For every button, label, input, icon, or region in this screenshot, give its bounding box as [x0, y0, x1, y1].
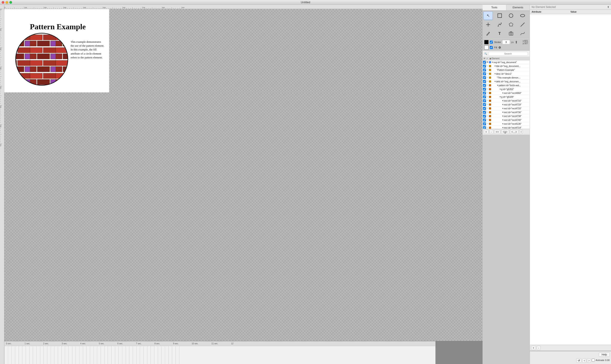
- list-item[interactable]: 👁 ▼ defs id="svg_documen...: [483, 79, 530, 83]
- list-item[interactable]: 👁 ▼ rect id="rect4716": [483, 99, 530, 103]
- next-button[interactable]: ›: [587, 358, 591, 363]
- element-checkbox[interactable]: [483, 84, 486, 87]
- maximize-button[interactable]: [9, 1, 12, 4]
- close-button[interactable]: [2, 1, 4, 4]
- element-dot: [489, 127, 491, 129]
- elements-action-button[interactable]: i: [519, 130, 523, 134]
- fill-checkbox[interactable]: [490, 46, 493, 49]
- list-item[interactable]: 👁 "Pattern Example": [483, 68, 530, 72]
- list-item[interactable]: 👁 ▼ rect id="rect4740": [483, 118, 530, 122]
- minimize-button[interactable]: [6, 1, 8, 4]
- list-item[interactable]: 👁 ▼ g id="g5329": [483, 95, 530, 99]
- tool-path[interactable]: [495, 20, 504, 29]
- list-item[interactable]: 👁 ▼ rect id="rect4738": [483, 114, 530, 118]
- element-label: desc id="desc1": [496, 73, 529, 75]
- tool-add[interactable]: [483, 20, 493, 29]
- timeline-vline: [168, 346, 169, 364]
- list-item[interactable]: 👁 "This example demon...: [483, 76, 530, 79]
- tool-line[interactable]: [518, 20, 527, 29]
- checker-right-top: [109, 9, 483, 92]
- element-checkbox[interactable]: [483, 88, 486, 91]
- svg-rect-20: [509, 32, 513, 35]
- element-arrow-icon: ▼: [502, 104, 504, 106]
- animate-checkbox[interactable]: [592, 359, 595, 362]
- list-item[interactable]: 👁 ▼ title id="svg_document...: [483, 64, 530, 68]
- list-item[interactable]: 👁 ▼ rect id="rect4718": [483, 103, 530, 106]
- list-item[interactable]: 👁 ▼ desc id="desc1": [483, 72, 530, 76]
- tab-tools[interactable]: Tools: [483, 5, 506, 10]
- attr-remove-button[interactable]: -: [537, 346, 541, 350]
- svg-marker-17: [509, 23, 513, 26]
- list-item[interactable]: 👁 ▼ pattern id="brick-wal...: [483, 83, 530, 87]
- element-checkbox[interactable]: [483, 61, 486, 64]
- list-item[interactable]: 👁 ▼ rect id="rect4736": [483, 110, 530, 114]
- timeline-vline: [47, 346, 47, 364]
- element-selector-row: ⬆: [530, 5, 611, 10]
- element-checkbox[interactable]: [483, 95, 486, 98]
- attr-header-attribute: Attribute: [531, 11, 570, 13]
- stroke-label: Stroke: [494, 41, 501, 43]
- tool-select[interactable]: ↖: [483, 11, 493, 20]
- element-arrow-icon: ▼: [502, 115, 504, 117]
- tool-circle[interactable]: [506, 11, 516, 20]
- element-checkbox[interactable]: [483, 76, 486, 79]
- element-checkbox[interactable]: [483, 80, 486, 83]
- element-checkbox[interactable]: [483, 126, 486, 129]
- element-checkbox[interactable]: [483, 72, 486, 75]
- element-eye-icon: 👁: [486, 103, 489, 106]
- element-checkbox[interactable]: [483, 115, 486, 118]
- element-checkbox[interactable]: [483, 111, 486, 114]
- tool-text[interactable]: T: [495, 29, 504, 38]
- tool-ellipse[interactable]: [518, 11, 527, 20]
- element-selector-arrow-icon[interactable]: ⬆: [607, 6, 609, 9]
- timeline-tick-label: 3 sec.: [62, 342, 68, 345]
- element-dot: [489, 104, 491, 106]
- fill-color-swatch[interactable]: [484, 45, 489, 50]
- stroke-unit-stepper[interactable]: ⬆: [515, 40, 518, 44]
- stroke-checkbox[interactable]: [490, 41, 493, 44]
- element-checkbox[interactable]: [483, 91, 486, 94]
- element-label: rect id="rect4136": [504, 123, 529, 125]
- element-checkbox[interactable]: [483, 65, 486, 68]
- element-checkbox[interactable]: [483, 122, 486, 125]
- svg-point-21: [510, 33, 512, 35]
- elements-action-button[interactable]: ++: [494, 130, 500, 134]
- elements-action-button[interactable]: -: [489, 130, 493, 134]
- refresh-button[interactable]: ↺: [576, 358, 582, 363]
- element-checkbox[interactable]: [483, 103, 486, 106]
- timeline-tick-label: 0 sec.: [6, 342, 12, 345]
- tool-polygon[interactable]: [506, 20, 516, 29]
- stroke-value-input[interactable]: [502, 40, 510, 44]
- elements-action-button[interactable]: <g>: [501, 130, 509, 134]
- element-checkbox[interactable]: [483, 99, 486, 102]
- timeline-vline: [58, 346, 58, 364]
- element-col-header: Element: [491, 57, 500, 60]
- stroke-color-swatch[interactable]: [484, 40, 489, 44]
- tool-camera[interactable]: [506, 29, 516, 38]
- list-item[interactable]: 👁 ▼ g id="g5352": [483, 87, 530, 91]
- search-input[interactable]: [488, 52, 528, 56]
- elements-action-button[interactable]: <...>: [510, 130, 518, 134]
- prev-button[interactable]: ‹: [582, 358, 586, 363]
- list-item[interactable]: 👁 ▼ rect id="rect4720": [483, 106, 530, 110]
- tool-rect[interactable]: [495, 11, 504, 20]
- animate-value: 0.00: [605, 359, 610, 362]
- list-item[interactable]: 👁 ▼ svg id="svg_document": [483, 60, 530, 64]
- svg-canvas[interactable]: Pattern Example This example demonstrate…: [4, 9, 483, 364]
- list-item[interactable]: 👁 ▼ rect id="rect4136": [483, 122, 530, 126]
- element-eye-icon: 👁: [486, 115, 489, 117]
- tool-pencil[interactable]: [483, 29, 493, 38]
- fill-gear-icon[interactable]: ⚙: [498, 46, 501, 49]
- tab-elements[interactable]: Elements: [506, 5, 530, 10]
- list-item[interactable]: 👁 ▼ rect id="rect4860": [483, 91, 530, 95]
- element-selector-input[interactable]: [531, 6, 607, 9]
- element-checkbox[interactable]: [483, 118, 486, 121]
- element-checkbox[interactable]: [483, 68, 486, 71]
- help-button[interactable]: Help: [599, 352, 610, 357]
- list-item[interactable]: 👁 ▼ rect id="rect4714": [483, 126, 530, 129]
- window-title: Untitled: [301, 1, 310, 4]
- elements-action-button[interactable]: +: [484, 130, 489, 134]
- element-checkbox[interactable]: [483, 107, 486, 110]
- tool-bezier[interactable]: [518, 29, 527, 38]
- attr-add-button[interactable]: +: [531, 346, 536, 350]
